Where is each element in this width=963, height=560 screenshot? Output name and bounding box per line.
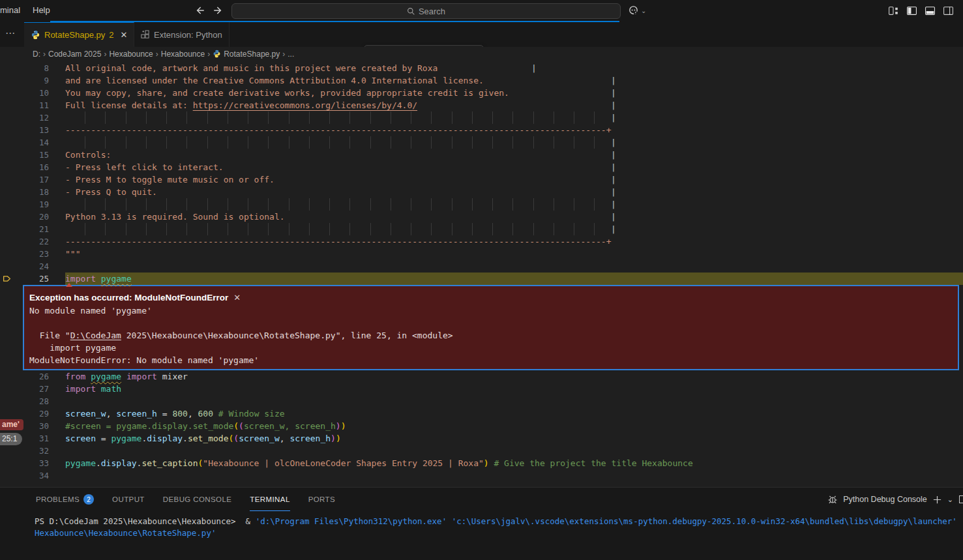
line-gutter[interactable]: 28	[0, 395, 65, 407]
code-editor[interactable]: 8All original code, artwork and music in…	[0, 61, 963, 487]
line-gutter[interactable]: 21	[0, 223, 65, 235]
code-line-content[interactable]: ----------------------------------------…	[65, 124, 963, 136]
breadcrumb-item[interactable]: Hexabounce	[109, 50, 153, 59]
code-line-content[interactable]: #screen = pygame.display.set_mode((scree…	[65, 420, 963, 432]
code-line-content[interactable]: |	[65, 223, 963, 235]
line-gutter[interactable]: 22	[0, 235, 65, 248]
line-gutter[interactable]: 24	[0, 260, 65, 273]
breadcrumb-item[interactable]: D:	[33, 50, 40, 59]
code-line-content[interactable]: - Press left click to interact.|	[65, 161, 963, 173]
code-line-content[interactable]: Python 3.13 is required. Sound is option…	[65, 211, 963, 223]
box-border-pipe: |	[611, 87, 616, 99]
toggle-secondary-sidebar-icon[interactable]	[943, 5, 954, 16]
indent-guides	[65, 136, 612, 149]
code-line-content[interactable]: screen_w, screen_h = 800, 600 # Window s…	[65, 407, 963, 420]
breadcrumb-item[interactable]: ...	[288, 50, 294, 59]
toggle-panel-icon[interactable]	[925, 5, 936, 16]
code-line-content[interactable]	[65, 395, 963, 407]
new-terminal-icon[interactable]	[932, 495, 942, 505]
line-gutter[interactable]: 27	[0, 383, 65, 395]
line-gutter[interactable]: 9	[0, 74, 65, 87]
line-gutter[interactable]: 25	[0, 273, 65, 285]
breadcrumb: D:›CodeJam 2025›Hexabounce›Hexabounce›Ro…	[0, 47, 963, 61]
nav-back-icon[interactable]	[194, 5, 207, 18]
close-icon[interactable]: ✕	[120, 30, 127, 40]
line-gutter[interactable]: 19	[0, 198, 65, 211]
line-gutter[interactable]: 18	[0, 186, 65, 198]
code-line-content[interactable]: |	[65, 136, 963, 149]
indent-guides	[65, 111, 612, 124]
customize-layout-icon[interactable]	[888, 5, 899, 16]
line-gutter[interactable]: 15	[0, 149, 65, 161]
code-line-content[interactable]: Full license details at: https://creativ…	[65, 99, 963, 111]
line-gutter[interactable]: 14	[0, 136, 65, 149]
code-line-content[interactable]: pygame.display.set_caption("Hexabounce |…	[65, 457, 963, 469]
code-line-content[interactable]: and are licensed under the Creative Comm…	[65, 74, 963, 87]
line-gutter[interactable]: 20	[0, 211, 65, 223]
line-gutter[interactable]: 8	[0, 62, 65, 74]
code-line-content[interactable]: |	[65, 111, 963, 124]
code-line-content[interactable]: |	[65, 198, 963, 211]
split-terminal-icon[interactable]	[958, 494, 963, 505]
box-border-pipe: |	[611, 149, 616, 161]
line-gutter[interactable]: 34	[0, 469, 65, 482]
terminal-instance-label[interactable]: Python Debug Console	[843, 495, 927, 504]
copilot-menu[interactable]: ⌄	[627, 5, 646, 17]
panel-tab-output[interactable]: OUTPUT	[112, 488, 145, 511]
command-center-search[interactable]: Search	[231, 3, 621, 19]
panel-tab-terminal[interactable]: TERMINAL	[250, 488, 289, 511]
line-gutter[interactable]: 16	[0, 161, 65, 173]
menu-help[interactable]: Help	[33, 5, 50, 15]
breadcrumb-item[interactable]: CodeJam 2025	[48, 50, 101, 59]
code-line-content[interactable]: ----------------------------------------…	[65, 235, 963, 248]
line-gutter[interactable]: 10	[0, 87, 65, 99]
code-line-content[interactable]	[65, 469, 963, 482]
terminal-output[interactable]: PS D:\CodeJam 2025\Hexabounce\Hexabounce…	[35, 516, 963, 539]
line-gutter[interactable]: 23	[0, 248, 65, 260]
code-line-content[interactable]: import math	[65, 383, 963, 395]
code-line-content[interactable]: All original code, artwork and music in …	[65, 62, 963, 74]
panel-tab-debug-console[interactable]: DEBUG CONSOLE	[163, 488, 232, 511]
line-gutter[interactable]: 11	[0, 99, 65, 111]
line-gutter[interactable]: 26	[0, 370, 65, 383]
stack-trace-link[interactable]: D:\CodeJam	[70, 331, 121, 340]
code-line-content[interactable]: import pygame	[65, 273, 963, 285]
tab-rotateshape[interactable]: RotateShape.py 2 ✕	[24, 22, 134, 47]
box-border-pipe: |	[611, 111, 616, 124]
line-number: 22	[39, 235, 49, 248]
line-gutter[interactable]: 33	[0, 457, 65, 469]
panel-tabs: PROBLEMS2OUTPUTDEBUG CONSOLETERMINALPORT…	[36, 488, 335, 511]
tab-overflow-icon[interactable]: ⋯	[5, 27, 16, 39]
debug-console-bug-icon	[827, 494, 838, 505]
code-line-content[interactable]: from pygame import mixer	[65, 370, 963, 383]
close-icon[interactable]: ✕	[233, 293, 241, 302]
line-gutter[interactable]: 17	[0, 173, 65, 186]
code-line-content[interactable]	[65, 445, 963, 457]
line-number: 25	[39, 273, 49, 285]
chevron-down-icon[interactable]: ⌄	[947, 495, 953, 504]
code-line-content[interactable]: You may copy, share, and create derivati…	[65, 87, 963, 99]
toggle-primary-sidebar-icon[interactable]	[906, 5, 917, 16]
line-gutter[interactable]: 29	[0, 407, 65, 420]
line-gutter[interactable]: 32	[0, 445, 65, 457]
code-line: 28	[0, 395, 963, 407]
code-line-content[interactable]: """	[65, 248, 963, 260]
menu-terminal-partial[interactable]: minal	[0, 5, 20, 15]
code-line-content[interactable]	[65, 260, 963, 273]
code-line-content[interactable]: - Press M to toggle mute music on or off…	[65, 173, 963, 186]
panel-tab-ports[interactable]: PORTS	[308, 488, 335, 511]
exception-widget: Exception has occurred: ModuleNotFoundEr…	[23, 285, 959, 370]
code-line-content[interactable]: Controls:|	[65, 149, 963, 161]
code-line-content[interactable]: screen = pygame.display.set_mode((screen…	[65, 432, 963, 445]
box-border-pipe: |	[611, 74, 616, 87]
exception-title: Exception has occurred: ModuleNotFoundEr…	[29, 293, 228, 302]
nav-forward-icon[interactable]	[213, 5, 226, 18]
code-line-content[interactable]: - Press Q to quit.|	[65, 186, 963, 198]
code-line: 19|	[0, 198, 963, 211]
tab-extension-python[interactable]: Extension: Python	[134, 22, 230, 47]
line-gutter[interactable]: 12	[0, 111, 65, 124]
breadcrumb-item[interactable]: RotateShape.py	[224, 50, 280, 59]
line-gutter[interactable]: 13	[0, 124, 65, 136]
panel-tab-problems[interactable]: PROBLEMS2	[36, 488, 94, 511]
breadcrumb-item[interactable]: Hexabounce	[161, 50, 205, 59]
